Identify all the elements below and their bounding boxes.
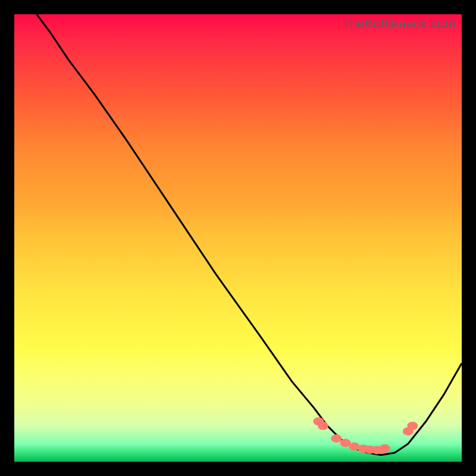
marker-point — [407, 422, 418, 430]
chart-svg — [14, 14, 462, 462]
marker-point — [331, 434, 342, 443]
marker-point — [380, 444, 390, 452]
plot-gradient-background: TheBottleneck.com — [14, 14, 462, 462]
bottleneck-curve — [37, 14, 462, 455]
marker-point — [318, 422, 328, 430]
frame-bottom — [0, 462, 476, 476]
